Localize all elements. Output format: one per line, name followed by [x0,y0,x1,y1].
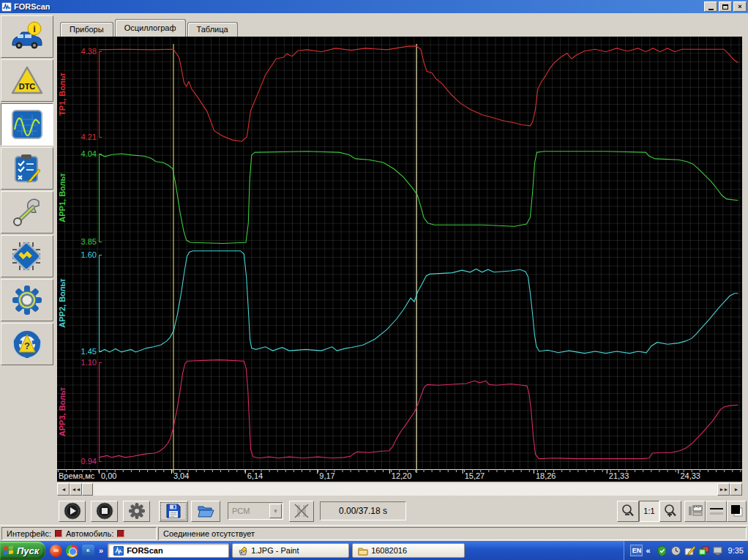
sidebar-item-vehicle-info[interactable]: i [1,15,53,58]
folder-icon [358,546,368,556]
line-style-button[interactable] [706,501,727,522]
y-min-label-1: 4.21 [81,132,97,141]
tab-instruments[interactable]: Приборы [60,22,113,37]
paint-icon [238,546,248,556]
color-button[interactable] [727,501,747,522]
x-tick-label: 3,04 [173,471,189,480]
module-select-value: PCM [232,507,250,515]
x-tick-label: 12,20 [392,471,412,480]
scale-1-1-button[interactable]: 1:1 [639,501,659,522]
disconnect-x-icon [293,503,310,519]
time-display: 0.00/37.18 s [320,501,406,520]
network-monitors-icon[interactable] [698,545,709,556]
task-button-paint[interactable]: 1.JPG - Paint [232,543,349,558]
x-tick-label: 18,26 [536,471,556,480]
scroll-left-fast-button[interactable]: ◄◄ [70,483,82,496]
task-button-folder[interactable]: 16082016 [352,543,465,558]
checklist-icon [11,153,43,184]
language-indicator[interactable]: EN [630,545,643,556]
x-tick-label: 0,00 [101,471,116,480]
chart-scrollbar[interactable]: ◄ ◄◄ ►► ► [57,483,742,496]
y-max-label-1: 4.38 [81,47,97,56]
sidebar-item-tests[interactable] [1,147,53,190]
titlebar[interactable]: FORScan × [0,0,748,13]
shield-icon[interactable] [657,545,667,556]
taskbar-clock[interactable]: 9:35 [728,546,744,555]
y-min-label-3: 1.45 [81,347,97,356]
svg-text:DTC: DTC [19,82,36,91]
connection-status-panel: Соединение отсутствует [158,527,747,540]
clock-utility-icon[interactable] [670,545,681,556]
gear-small-icon [128,502,146,520]
dtc-warning-icon: DTC [10,65,44,96]
sidebar-item-configuration[interactable] [1,235,53,277]
zoom-out-button[interactable] [617,501,639,522]
chip-icon [11,241,43,272]
scroll-right-fast-button[interactable]: ►► [717,483,730,496]
disconnect-button[interactable] [289,501,314,522]
oscilloscope-icon [11,109,43,140]
transport-toolbar: PCM ▼ 0.00/37.18 s 1:1 [57,499,748,523]
system-tray: EN « 9:35 [624,541,748,560]
restore-button[interactable] [719,1,732,12]
sidebar: i DTC [1,15,55,367]
taskbar: Пуск 09 K » FORScan 1.JPG - Paint 160820… [0,541,748,560]
sidebar-item-oscilloscope[interactable] [1,103,53,146]
gear-icon [11,285,43,316]
zoom-in-icon [663,504,678,518]
oscilloscope-chart[interactable]: Время,мс0,003,046,149,1712,2015,2718,262… [57,37,742,482]
channel-name-1: TP1, Вольт [58,72,67,115]
x-tick-label: 9,17 [319,471,334,480]
open-folder-icon [197,504,214,518]
ruler-button[interactable] [684,501,706,522]
tab-table[interactable]: Таблица [187,22,238,37]
zoom-in-button[interactable] [659,501,681,522]
interface-label: Интерфейс: [7,529,51,538]
play-icon [64,502,81,520]
display-icon[interactable] [712,545,723,556]
y-min-label-2: 3.85 [81,237,97,246]
quicklaunch-more-chevron[interactable]: » [99,546,103,555]
sidebar-item-service[interactable] [1,191,53,234]
chevron-down-icon[interactable]: ▼ [269,504,282,518]
x-tick-label: 24,33 [680,471,700,480]
minimize-button[interactable] [704,1,717,12]
scroll-right-button[interactable]: ► [730,483,742,496]
sidebar-item-dtc[interactable]: DTC [1,59,53,102]
wrench-icon [11,197,43,228]
scroll-left-button[interactable]: ◄ [57,483,70,496]
zoom-out-icon [621,504,635,518]
kmplayer-icon[interactable]: K [82,545,94,557]
save-button[interactable] [159,501,188,522]
svg-text:i: i [33,23,36,34]
chrome-icon[interactable] [66,545,78,557]
ruler-icon [688,504,703,518]
oscilloscope-panel: Время,мс0,003,046,149,1712,2015,2718,262… [57,37,742,482]
stop-button[interactable] [91,501,118,522]
sidebar-item-help[interactable]: ? [1,323,53,365]
start-button[interactable]: Пуск [0,542,45,559]
open-button[interactable] [191,501,220,522]
tray-collapse-chevron[interactable]: « [646,546,650,555]
sidebar-item-settings[interactable] [1,279,53,321]
forscan-app-icon [1,2,12,12]
close-button[interactable]: × [733,1,747,12]
scrollbar-track[interactable] [93,483,717,496]
y-max-label-3: 1.60 [81,250,97,259]
play-button[interactable] [59,501,86,522]
line-icon [709,506,724,516]
interface-status-indicator [55,530,62,537]
quick-launch: 09 K [50,545,94,557]
windows-flag-icon [4,545,14,555]
y-max-label-2: 4.04 [81,149,97,158]
record-settings-button[interactable] [123,501,150,522]
scrollbar-thumb[interactable] [82,483,93,496]
window-title: FORScan [14,2,51,11]
module-select[interactable]: PCM ▼ [228,502,283,520]
task-button-forscan[interactable]: FORScan [108,543,229,558]
red-ball-icon[interactable]: 09 [50,545,62,557]
tab-oscilloscope[interactable]: Осциллограф [115,19,186,37]
save-icon [165,503,182,519]
pen-tablet-icon[interactable] [684,545,695,556]
app-body: i DTC [0,13,748,525]
